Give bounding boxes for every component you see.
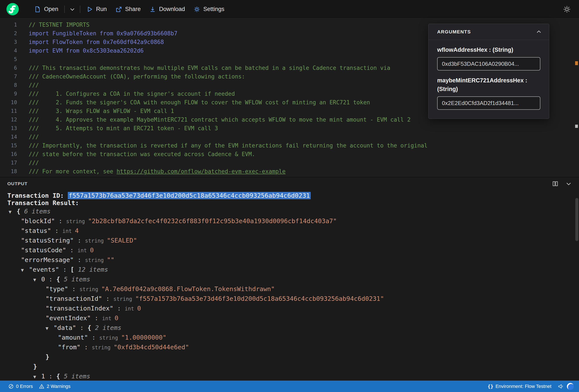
output-header: OUTPUT	[0, 177, 579, 190]
collapse-toggle-icon[interactable]: ▼	[9, 207, 17, 217]
json-tree-row: "blockId" : string "2b28cbfb87da2cfec4f0…	[0, 216, 579, 226]
code-line-content: /// Importantly, the transaction is reve…	[29, 141, 428, 150]
errors-indicator[interactable]: 0 Errors	[5, 381, 36, 392]
open-file-icon	[34, 6, 41, 12]
collapse-output-icon[interactable]	[566, 181, 572, 187]
share-icon	[116, 6, 122, 12]
code-line: 17///	[0, 159, 579, 167]
collapse-toggle-icon[interactable]: ▼	[33, 372, 41, 382]
download-icon	[149, 6, 156, 12]
output-scrollbar-thumb[interactable]	[575, 198, 578, 241]
argument-value-wflow: 0xd3bF53DAC106A0290B04...	[442, 60, 519, 67]
line-number: 5	[0, 55, 17, 64]
line-number: 3	[0, 38, 17, 46]
json-token: }	[46, 353, 49, 361]
json-token: 0	[90, 246, 94, 254]
json-token: 4	[75, 227, 78, 234]
json-token: 12 items	[78, 266, 108, 273]
line-number: 15	[0, 141, 17, 150]
announcement-icon[interactable]	[558, 383, 564, 390]
assistant-badge-icon[interactable]	[567, 383, 574, 390]
line-number: 16	[0, 150, 17, 159]
code-line-content: /// state before the transaction was exe…	[29, 150, 255, 159]
settings-label: Settings	[203, 6, 224, 12]
transaction-id-line: Transaction ID:f557a1573b76aa53e73d46f3e…	[0, 192, 579, 199]
environment-indicator[interactable]: {} Environment: Flow Testnet	[485, 381, 554, 392]
download-label: Download	[159, 6, 185, 12]
collapse-toggle-icon[interactable]: ▼	[21, 265, 29, 275]
json-token: "events"	[29, 266, 59, 273]
json-tree-row: ▼"events" : [ 12 items	[0, 265, 579, 275]
code-segment: ///	[29, 82, 39, 88]
json-token: "2b28cbfb87da2cfec4f0232c6f883f0f12c95b3…	[88, 217, 337, 225]
code-segment: /// 4. Approves the example MaybeMintERC…	[29, 116, 411, 123]
json-token: "from"	[58, 343, 80, 351]
code-link[interactable]: https://github.com/onflow/batched-evm-ex…	[117, 168, 286, 175]
json-tree-row: "errorMessage" : string ""	[0, 255, 579, 265]
json-token: "statusCode"	[21, 246, 66, 254]
collapse-panel-icon[interactable]	[536, 29, 542, 35]
json-token: {	[56, 276, 64, 283]
settings-button[interactable]: Settings	[189, 3, 229, 16]
output-body: Transaction ID:f557a1573b76aa53e73d46f3e…	[0, 190, 579, 381]
json-token: string	[99, 335, 121, 341]
line-number: 18	[0, 167, 17, 176]
code-segment: /// CadenceOwnedAccount (COA), performin…	[29, 73, 245, 80]
json-token: "blockId"	[21, 217, 55, 225]
collapse-toggle-icon[interactable]: ▼	[33, 275, 41, 285]
json-token: "statusString"	[21, 237, 73, 244]
json-token: :	[102, 295, 113, 302]
json-token: :	[45, 276, 56, 283]
toolbar: Open Run Share	[0, 0, 579, 19]
json-token: string	[92, 344, 114, 351]
json-token: :	[88, 334, 99, 341]
line-number: 8	[0, 81, 17, 90]
json-token: "0xfd3b4cd50d44e6ed"	[114, 343, 189, 351]
arguments-panel-header[interactable]: ARGUMENTS	[429, 24, 549, 40]
split-panel-icon[interactable]	[552, 181, 558, 187]
json-tree-row: }	[0, 352, 579, 362]
toolbar-divider	[80, 6, 80, 13]
json-token: 0	[137, 305, 141, 312]
transaction-result-line: Transaction Result:	[0, 199, 579, 207]
run-button[interactable]: Run	[82, 3, 111, 16]
flow-logo-icon[interactable]	[6, 3, 19, 15]
code-line-content: /// 2. Funds the signer's COA with enoug…	[29, 98, 370, 107]
download-button[interactable]: Download	[145, 3, 189, 16]
code-line-content: ///	[29, 81, 39, 90]
open-button[interactable]: Open	[30, 3, 63, 16]
code-line-content: /// 3. Wraps FLOW as WFLOW - EVM call 1	[29, 107, 174, 115]
code-segment: /// This transaction demonstrates how mu…	[29, 65, 390, 71]
toolbar-divider	[64, 6, 65, 13]
json-token: :	[80, 343, 92, 351]
json-token: int	[62, 228, 75, 234]
editor-scrollbar-marker[interactable]	[575, 125, 578, 128]
line-number: 10	[0, 98, 17, 107]
json-token: "amount"	[58, 334, 88, 341]
arguments-panel-body: wflowAddressHex : (String) 0xd3bF53DAC10…	[429, 40, 549, 110]
argument-input-wflow[interactable]: 0xd3bF53DAC106A0290B04...	[437, 57, 540, 70]
json-tree-row: ▼0 : { 5 items	[0, 275, 579, 284]
json-token: string	[113, 296, 135, 302]
warnings-indicator[interactable]: 2 Warnings	[36, 381, 73, 392]
json-token: "1.00000000"	[121, 334, 166, 341]
theme-toggle-sun-icon[interactable]	[561, 5, 573, 13]
code-line-content: ///	[29, 133, 39, 141]
code-segment: ///	[29, 134, 39, 140]
line-number: 4	[0, 46, 17, 55]
share-button[interactable]: Share	[111, 3, 145, 16]
line-number: 7	[0, 72, 17, 81]
run-play-icon	[86, 6, 93, 12]
share-label: Share	[125, 6, 141, 12]
json-token: string	[85, 257, 107, 263]
output-tree: ▼{ 6 items"blockId" : string "2b28cbfb87…	[0, 207, 579, 381]
open-dropdown-button[interactable]	[67, 3, 78, 16]
transaction-id-value: f557a1573b76aa53e73d46f3e10d200d5c18a653…	[68, 192, 311, 199]
output-panel: OUTPUT Transaction ID:f557a1573b76aa53e7…	[0, 177, 579, 381]
argument-input-maybemint[interactable]: 0x2E2Ed0Cfd3AD2f1d34481...	[437, 96, 540, 110]
code-segment: // TESTNET IMPORTS	[29, 22, 90, 28]
json-token: "SEALED"	[107, 237, 137, 244]
collapse-toggle-icon[interactable]: ▼	[46, 324, 54, 333]
code-line-content: /// 4. Approves the example MaybeMintERC…	[29, 115, 411, 124]
json-token: "transactionIndex"	[46, 305, 113, 312]
